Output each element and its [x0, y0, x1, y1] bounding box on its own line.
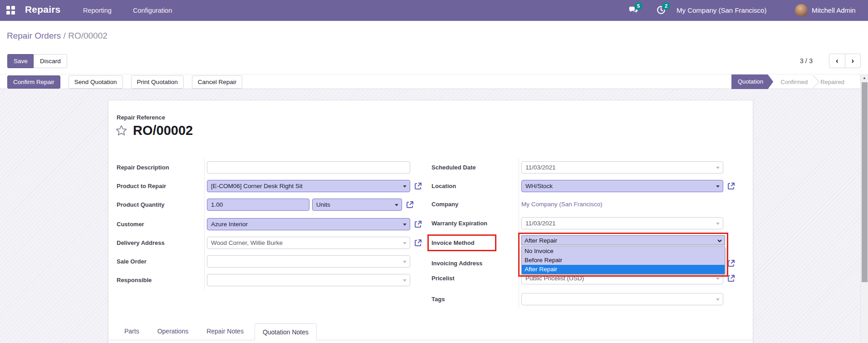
product-quantity-input[interactable]: 1.00: [207, 199, 309, 211]
label-warranty-expiration: Warranty Expiration: [432, 217, 487, 229]
breadcrumb-current: RO/00002: [68, 31, 108, 40]
reference-label: Repair Reference: [117, 114, 165, 121]
content-area: Repair Reference RO/00002 Repair Descrip…: [0, 89, 868, 343]
delivery-address-external-link-icon[interactable]: [413, 239, 422, 248]
top-navbar: Repairs Reporting Configuration 5 2 My C…: [0, 0, 868, 21]
repair-description-input[interactable]: [207, 161, 410, 174]
dropdown-caret-icon: [716, 223, 720, 225]
apps-menu-button[interactable]: [6, 6, 15, 15]
label-responsible: Responsible: [117, 274, 152, 286]
invoicing-address-external-link-icon[interactable]: [726, 259, 736, 268]
label-product-quantity: Product Quantity: [117, 199, 164, 211]
company-value-link[interactable]: My Company (San Francisco): [521, 201, 603, 208]
location-select[interactable]: WH/Stock: [521, 180, 723, 192]
tab-quotation-notes[interactable]: Quotation Notes: [255, 323, 317, 340]
delivery-address-select[interactable]: Wood Corner, Willie Burke: [207, 237, 410, 249]
label-scheduled-date: Scheduled Date: [432, 161, 476, 174]
pager-previous-button[interactable]: ‹: [829, 54, 845, 68]
customer-external-link-icon[interactable]: [413, 220, 422, 229]
dropdown-caret-icon: [716, 185, 720, 188]
menu-reporting[interactable]: Reporting: [83, 0, 112, 21]
scheduled-date-input[interactable]: 11/03/2021: [521, 161, 723, 174]
invoice-method-option-list: No Invoice Before Repair After Repair: [521, 246, 725, 274]
invoice-method-select[interactable]: After Repair: [521, 235, 725, 245]
scroll-up-arrow-icon: ▲: [863, 76, 866, 80]
dropdown-caret-icon: [716, 167, 720, 169]
left-column-separator: [204, 159, 205, 289]
pricelist-external-link-icon[interactable]: [726, 274, 736, 283]
label-company: Company: [432, 198, 458, 210]
record-pager: ‹ ›: [829, 54, 861, 68]
label-location: Location: [432, 180, 456, 192]
option-no-invoice[interactable]: No Invoice: [522, 247, 725, 256]
select-chevron-icon: [717, 238, 722, 244]
label-product-to-repair: Product to Repair: [117, 180, 166, 192]
product-to-repair-select[interactable]: [E-COM06] Corner Desk Right Sit: [207, 180, 410, 192]
confirm-repair-button[interactable]: Confirm Repair: [7, 75, 60, 89]
option-before-repair[interactable]: Before Repair: [522, 256, 725, 265]
scrollbar-thumb[interactable]: [862, 82, 868, 282]
user-menu[interactable]: Mitchell Admin: [812, 0, 856, 21]
customer-select[interactable]: Azure Interior: [207, 218, 410, 230]
label-sale-order: Sale Order: [117, 255, 147, 268]
dropdown-caret-icon: [403, 185, 407, 188]
pager-next-button[interactable]: ›: [845, 54, 861, 68]
activities-button[interactable]: 2: [656, 5, 667, 16]
breadcrumb: Repair Orders / RO/00002: [7, 31, 108, 41]
statusbar: Confirm Repair Send Quotation Print Quot…: [0, 74, 868, 89]
app-title[interactable]: Repairs: [25, 4, 60, 15]
dropdown-caret-icon: [403, 224, 407, 226]
product-external-link-icon[interactable]: [413, 182, 422, 191]
state-separator-chevron-icon: [807, 75, 819, 88]
chevron-left-icon: ‹: [836, 56, 839, 65]
label-customer: Customer: [117, 218, 144, 230]
status-pipeline: Quotation Confirmed Repaired: [731, 75, 852, 89]
messages-badge: 5: [634, 2, 642, 10]
tab-parts[interactable]: Parts: [124, 323, 139, 340]
company-switcher[interactable]: My Company (San Francisco): [677, 0, 766, 21]
messages-button[interactable]: 5: [628, 5, 639, 16]
dropdown-caret-icon: [403, 261, 407, 263]
warranty-expiration-input[interactable]: 11/03/2021: [521, 217, 723, 229]
option-after-repair[interactable]: After Repair: [522, 265, 725, 274]
label-tags: Tags: [432, 293, 445, 305]
cancel-repair-button[interactable]: Cancel Repair: [192, 75, 243, 89]
label-invoice-method: Invoice Method: [432, 237, 475, 249]
state-quotation[interactable]: Quotation: [731, 75, 773, 89]
dropdown-caret-icon: [395, 204, 398, 206]
label-delivery-address: Delivery Address: [117, 237, 165, 249]
right-column-separator: [519, 159, 519, 308]
chevron-right-icon: ›: [851, 56, 854, 65]
label-repair-description: Repair Description: [117, 161, 169, 174]
unit-external-link-icon[interactable]: [405, 200, 414, 209]
tab-operations[interactable]: Operations: [157, 323, 188, 340]
sale-order-select[interactable]: [207, 255, 410, 268]
vertical-scrollbar[interactable]: ▲: [860, 74, 868, 343]
print-quotation-button[interactable]: Print Quotation: [131, 75, 184, 89]
responsible-select[interactable]: [207, 274, 410, 286]
user-avatar[interactable]: [795, 4, 808, 17]
tab-repair-notes[interactable]: Repair Notes: [206, 323, 244, 340]
menu-configuration[interactable]: Configuration: [133, 0, 172, 21]
save-button[interactable]: Save: [7, 54, 34, 68]
form-sheet: Repair Reference RO/00002 Repair Descrip…: [108, 100, 753, 343]
statusbar-actions: Confirm Repair Send Quotation Print Quot…: [7, 75, 242, 89]
dropdown-caret-icon: [403, 242, 407, 244]
tags-select[interactable]: [521, 293, 723, 305]
apps-grid-icon: [6, 6, 10, 10]
unit-of-measure-select[interactable]: Units: [312, 199, 402, 211]
dropdown-caret-icon: [403, 279, 407, 282]
scrollbar-up-button[interactable]: ▲: [861, 74, 868, 82]
location-external-link-icon[interactable]: [726, 182, 736, 191]
send-quotation-button[interactable]: Send Quotation: [69, 75, 123, 89]
pager-counter: 3 / 3: [800, 57, 813, 65]
label-pricelist: Pricelist: [432, 272, 455, 284]
breadcrumb-parent-link[interactable]: Repair Orders: [7, 31, 61, 40]
repairs-app-screen: Repairs Reporting Configuration 5 2 My C…: [0, 0, 868, 343]
reference-value: RO/00002: [133, 123, 193, 138]
label-invoicing-address: Invoicing Address: [432, 257, 482, 269]
dropdown-caret-icon: [716, 278, 720, 280]
favorite-star-icon[interactable]: [115, 124, 128, 137]
notebook-tabs: Parts Operations Repair Notes Quotation …: [108, 323, 753, 340]
discard-button[interactable]: Discard: [34, 54, 67, 68]
